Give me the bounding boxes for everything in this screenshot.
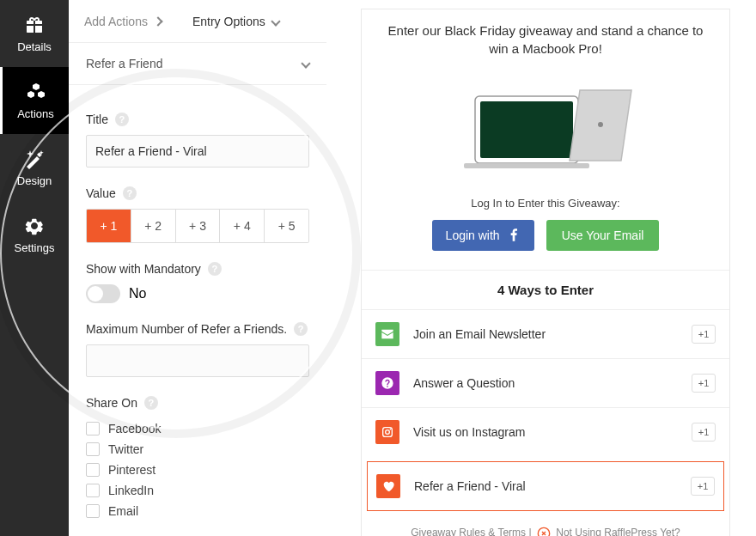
sidebar: Details Actions Design Settings bbox=[0, 0, 69, 536]
svg-rect-2 bbox=[464, 163, 589, 168]
facebook-icon bbox=[507, 228, 521, 242]
entry-badge: +1 bbox=[692, 325, 716, 344]
label-max: Maximum Number of Refer a Friends.? bbox=[86, 322, 309, 336]
gear-icon bbox=[24, 216, 45, 236]
tab-entry-options[interactable]: Entry Options bbox=[177, 0, 295, 42]
gift-icon bbox=[24, 15, 45, 35]
way-newsletter[interactable]: Join an Email Newsletter +1 bbox=[362, 309, 729, 358]
value-btn-5[interactable]: + 5 bbox=[265, 210, 308, 242]
help-icon[interactable]: ? bbox=[294, 322, 308, 336]
login-facebook-button[interactable]: Login with bbox=[432, 220, 534, 251]
chevron-right-icon bbox=[153, 16, 162, 26]
mandatory-value: No bbox=[129, 286, 146, 302]
chevron-down-icon bbox=[301, 58, 310, 68]
giveaway-headline: Enter our Black Friday giveaway and stan… bbox=[362, 9, 729, 66]
way-instagram[interactable]: Visit us on Instagram +1 bbox=[362, 407, 729, 456]
way-question[interactable]: Answer a Question +1 bbox=[362, 358, 729, 407]
mandatory-toggle[interactable] bbox=[86, 284, 120, 303]
entry-badge: +1 bbox=[692, 423, 716, 442]
title-input[interactable] bbox=[86, 135, 309, 168]
options-panel: Add Actions Entry Options Refer a Friend… bbox=[69, 0, 326, 536]
label-share-on: Share On? bbox=[86, 396, 309, 410]
promo-link[interactable]: Not Using RafflePress Yet? bbox=[556, 527, 680, 536]
value-selector: + 1 + 2 + 3 + 4 + 5 bbox=[86, 209, 309, 243]
sidebar-item-label: Actions bbox=[17, 107, 54, 120]
collapse-refer-friend[interactable]: Refer a Friend bbox=[69, 43, 326, 85]
tab-add-actions[interactable]: Add Actions bbox=[69, 0, 177, 42]
sidebar-item-settings[interactable]: Settings bbox=[0, 201, 69, 268]
entry-badge: +1 bbox=[692, 374, 716, 393]
help-icon[interactable]: ? bbox=[208, 262, 222, 276]
value-btn-2[interactable]: + 2 bbox=[131, 210, 176, 242]
svg-point-4 bbox=[598, 122, 603, 127]
max-input[interactable] bbox=[86, 344, 309, 377]
cubes-icon bbox=[26, 82, 46, 102]
preview-panel: Enter our Black Friday giveaway and stan… bbox=[352, 0, 739, 536]
rafflepress-logo-icon bbox=[537, 527, 551, 536]
label-show-mandatory: Show with Mandatory? bbox=[86, 262, 309, 276]
help-icon[interactable]: ? bbox=[144, 396, 158, 410]
question-icon bbox=[375, 371, 399, 395]
sidebar-item-label: Design bbox=[17, 174, 52, 187]
label-value: Value? bbox=[86, 186, 309, 200]
ways-header: 4 Ways to Enter bbox=[362, 270, 729, 309]
wand-icon bbox=[24, 149, 45, 169]
share-on-list: Facebook Twitter Pinterest LinkedIn Emai… bbox=[86, 418, 309, 521]
svg-point-8 bbox=[538, 527, 549, 536]
value-btn-4[interactable]: + 4 bbox=[220, 210, 265, 242]
share-facebook[interactable]: Facebook bbox=[86, 418, 309, 439]
sidebar-item-actions[interactable]: Actions bbox=[0, 67, 69, 134]
instagram-icon bbox=[375, 420, 399, 444]
sidebar-item-label: Details bbox=[17, 40, 52, 53]
value-btn-3[interactable]: + 3 bbox=[176, 210, 221, 242]
share-twitter[interactable]: Twitter bbox=[86, 439, 309, 460]
svg-point-6 bbox=[386, 430, 390, 435]
rules-link[interactable]: Giveaway Rules & Terms bbox=[411, 527, 526, 536]
entry-badge: +1 bbox=[691, 477, 715, 496]
chevron-down-icon bbox=[271, 16, 280, 26]
envelope-icon bbox=[375, 322, 399, 346]
svg-point-7 bbox=[390, 429, 392, 430]
login-prompt: Log In to Enter this Giveaway: bbox=[362, 197, 729, 210]
help-icon[interactable]: ? bbox=[123, 186, 137, 200]
value-btn-1[interactable]: + 1 bbox=[87, 210, 131, 242]
share-linkedin[interactable]: LinkedIn bbox=[86, 480, 309, 501]
macbook-icon bbox=[451, 75, 640, 178]
use-email-button[interactable]: Use Your Email bbox=[546, 220, 660, 251]
help-icon[interactable]: ? bbox=[115, 113, 129, 126]
sidebar-item-label: Settings bbox=[15, 241, 55, 254]
sidebar-item-details[interactable]: Details bbox=[0, 0, 69, 67]
sidebar-item-design[interactable]: Design bbox=[0, 134, 69, 201]
share-pinterest[interactable]: Pinterest bbox=[86, 460, 309, 480]
prize-image bbox=[362, 66, 729, 185]
label-title: Title? bbox=[86, 113, 309, 126]
svg-rect-1 bbox=[480, 101, 573, 158]
heart-icon bbox=[376, 474, 400, 498]
preview-footer: Giveaway Rules & Terms | Not Using Raffl… bbox=[362, 516, 729, 536]
way-refer-friend[interactable]: Refer a Friend - Viral +1 bbox=[367, 461, 724, 511]
share-email[interactable]: Email bbox=[86, 501, 309, 521]
